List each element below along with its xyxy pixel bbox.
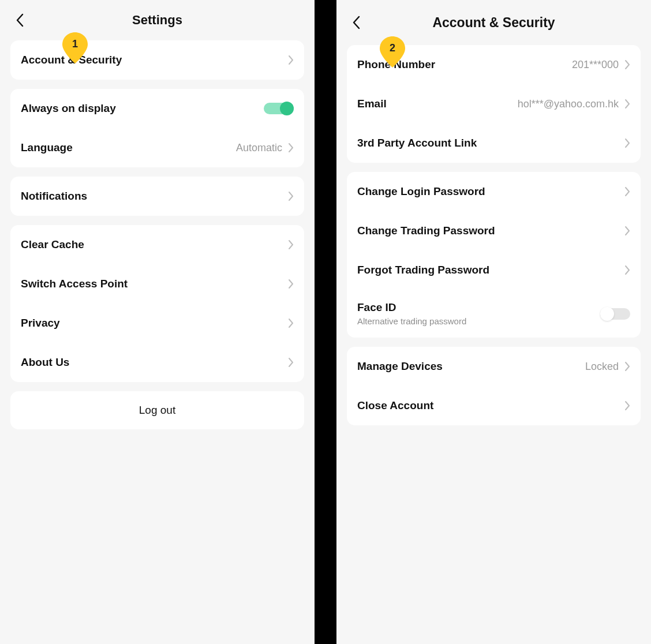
- row-label: Face ID: [357, 301, 466, 314]
- row-about-us[interactable]: About Us: [10, 343, 304, 382]
- row-change-login-password[interactable]: Change Login Password: [347, 172, 641, 211]
- back-button[interactable]: [10, 11, 29, 29]
- settings-group-system: Clear Cache Switch Access Point Privacy …: [10, 225, 304, 382]
- row-label: Close Account: [357, 399, 433, 412]
- row-label: Privacy: [21, 317, 60, 330]
- row-face-id[interactable]: Face ID Alternative trading password: [347, 290, 641, 338]
- language-value: Automatic: [236, 142, 282, 154]
- row-label: Forgot Trading Password: [357, 264, 489, 276]
- settings-header: Settings: [0, 0, 315, 40]
- row-notifications[interactable]: Notifications: [10, 177, 304, 216]
- row-label: Notifications: [21, 190, 87, 203]
- account-group-devices: Manage Devices Locked Close Account: [347, 347, 641, 425]
- chevron-right-icon: [288, 55, 294, 65]
- page-title: Settings: [132, 13, 182, 28]
- chevron-right-icon: [624, 226, 630, 236]
- row-always-on-display[interactable]: Always on display: [10, 89, 304, 128]
- account-group-identity: Phone Number 201***000 Email hol***@yaho…: [347, 45, 641, 163]
- chevron-right-icon: [624, 361, 630, 372]
- row-privacy[interactable]: Privacy: [10, 304, 304, 343]
- row-manage-devices[interactable]: Manage Devices Locked: [347, 347, 641, 386]
- row-change-trading-password[interactable]: Change Trading Password: [347, 211, 641, 250]
- chevron-right-icon: [624, 138, 630, 148]
- logout-card: Log out: [10, 391, 304, 429]
- row-label: Account & Security: [21, 54, 122, 66]
- chevron-right-icon: [288, 191, 294, 201]
- chevron-right-icon: [624, 99, 630, 109]
- row-label: Always on display: [21, 102, 116, 115]
- row-label: 3rd Party Account Link: [357, 137, 477, 149]
- chevron-right-icon: [288, 143, 294, 153]
- manage-devices-value: Locked: [585, 361, 619, 373]
- chevron-left-icon: [352, 16, 360, 29]
- chevron-right-icon: [288, 357, 294, 368]
- page-title: Account & Security: [432, 15, 555, 31]
- settings-group-display: Always on display Language Automatic: [10, 89, 304, 167]
- row-third-party-link[interactable]: 3rd Party Account Link: [347, 123, 641, 163]
- email-value: hol***@yahoo.com.hk: [518, 98, 619, 110]
- row-close-account[interactable]: Close Account: [347, 386, 641, 425]
- row-label: Language: [21, 141, 73, 154]
- chevron-right-icon: [288, 239, 294, 250]
- row-label: Clear Cache: [21, 238, 84, 251]
- row-email[interactable]: Email hol***@yahoo.com.hk: [347, 84, 641, 123]
- row-account-security[interactable]: Account & Security: [10, 40, 304, 80]
- screenshot-divider: [315, 0, 336, 644]
- row-language[interactable]: Language Automatic: [10, 128, 304, 167]
- back-button[interactable]: [347, 13, 365, 32]
- row-switch-access-point[interactable]: Switch Access Point: [10, 264, 304, 304]
- row-label: Switch Access Point: [21, 278, 128, 290]
- chevron-right-icon: [624, 265, 630, 275]
- phone-value: 201***000: [572, 59, 619, 71]
- chevron-right-icon: [288, 279, 294, 289]
- row-clear-cache[interactable]: Clear Cache: [10, 225, 304, 264]
- row-label: Email: [357, 98, 387, 110]
- row-label: Phone Number: [357, 58, 435, 71]
- row-forgot-trading-password[interactable]: Forgot Trading Password: [347, 250, 641, 290]
- chevron-right-icon: [624, 186, 630, 197]
- chevron-right-icon: [624, 400, 630, 411]
- account-security-screen: 2 Account & Security Phone Number 201***…: [336, 0, 651, 644]
- account-group-passwords: Change Login Password Change Trading Pas…: [347, 172, 641, 338]
- row-label: Change Trading Password: [357, 224, 495, 237]
- settings-group-notifications: Notifications: [10, 177, 304, 216]
- account-header: Account & Security: [336, 0, 651, 45]
- row-label: About Us: [21, 356, 69, 369]
- row-label: Change Login Password: [357, 185, 485, 198]
- chevron-right-icon: [624, 59, 630, 70]
- row-sublabel: Alternative trading password: [357, 316, 466, 326]
- row-phone-number[interactable]: Phone Number 201***000: [347, 45, 641, 84]
- face-id-toggle[interactable]: [600, 306, 630, 322]
- row-label: Manage Devices: [357, 360, 443, 373]
- settings-group-account: Account & Security: [10, 40, 304, 80]
- chevron-right-icon: [288, 318, 294, 328]
- logout-button[interactable]: Log out: [10, 391, 304, 429]
- always-on-toggle[interactable]: [264, 100, 294, 117]
- settings-screen: 1 Settings Account & Security Always on …: [0, 0, 315, 644]
- chevron-left-icon: [16, 13, 24, 27]
